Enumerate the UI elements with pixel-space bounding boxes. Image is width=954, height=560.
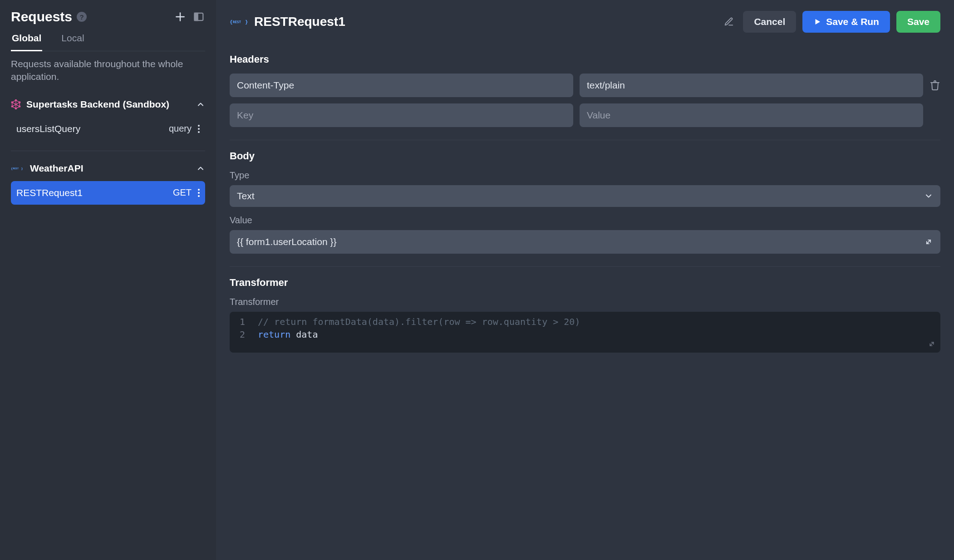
add-request-button[interactable]: [174, 11, 186, 23]
chevron-up-icon: [196, 100, 205, 109]
graphql-icon: [11, 99, 21, 109]
header-value-input[interactable]: [580, 74, 923, 97]
editor-body: Headers Body Type Text Value {{ form1.u: [216, 44, 954, 560]
resource-group-header[interactable]: Supertasks Backend (Sandbox): [11, 95, 205, 113]
save-button[interactable]: Save: [896, 11, 940, 33]
body-type-label: Type: [230, 170, 940, 181]
chevron-up-icon: [196, 164, 205, 173]
resource-group-header[interactable]: {REST} WeatherAPI: [11, 159, 205, 177]
scope-tabs: Global Local: [11, 33, 205, 51]
svg-text:}: }: [245, 19, 248, 25]
editor-header: {REST} RESTRequest1 Cancel Save & Run Sa…: [216, 0, 954, 44]
header-key-input[interactable]: [230, 74, 573, 97]
code-keyword: return: [258, 329, 290, 340]
rename-button[interactable]: [724, 17, 734, 27]
more-vertical-icon: [198, 125, 200, 133]
cancel-button[interactable]: Cancel: [743, 11, 796, 33]
request-item-name: RESTRequest1: [16, 187, 173, 198]
line-number: 1: [230, 316, 255, 327]
request-item-more-button[interactable]: [198, 125, 200, 133]
svg-line-22: [930, 342, 934, 346]
code-rest: data: [290, 329, 318, 340]
body-value-input[interactable]: {{ form1.userLocation }}: [230, 230, 940, 254]
resource-group-title: Supertasks Backend (Sandbox): [26, 99, 169, 110]
tab-local[interactable]: Local: [60, 33, 85, 51]
resource-group-title: WeatherAPI: [30, 163, 83, 174]
code-gutter: 1 2: [230, 312, 255, 353]
request-item-type: GET: [173, 187, 192, 198]
code-content: // return formatData(data).filter(row =>…: [255, 312, 580, 353]
expand-icon[interactable]: [924, 237, 933, 246]
svg-text:REST: REST: [233, 20, 241, 24]
sidebar-header-actions: [174, 10, 205, 23]
request-item-name: usersListQuery: [16, 123, 169, 134]
sidebar-header: Requests ?: [11, 9, 205, 25]
section-divider: [230, 266, 940, 267]
save-and-run-label: Save & Run: [826, 16, 879, 27]
svg-marker-20: [816, 19, 821, 25]
section-divider: [230, 140, 940, 140]
help-icon[interactable]: ?: [77, 12, 87, 22]
request-title: RESTRequest1: [254, 15, 345, 29]
resize-handle-icon[interactable]: [928, 340, 936, 348]
group-divider: [11, 151, 205, 151]
request-item-more-button[interactable]: [198, 189, 200, 197]
transformer-label: Transformer: [230, 297, 940, 307]
rest-icon: {REST}: [11, 164, 25, 172]
sidebar-title: Requests: [11, 9, 72, 25]
svg-text:{: {: [11, 167, 13, 171]
chevron-down-icon: [924, 192, 933, 201]
request-item-type: query: [169, 123, 192, 134]
tab-global[interactable]: Global: [11, 33, 42, 51]
body-value-label: Value: [230, 215, 940, 226]
header-row-new: [230, 103, 940, 127]
delete-header-button[interactable]: [929, 80, 940, 91]
panel-toggle-button[interactable]: [192, 10, 205, 23]
transformer-section-title: Transformer: [230, 277, 940, 289]
body-type-select[interactable]: Text: [230, 185, 940, 207]
editor-actions: Cancel Save & Run Save: [724, 11, 940, 33]
body-section-title: Body: [230, 150, 940, 162]
request-item[interactable]: usersListQuery query: [11, 117, 205, 141]
header-value-input[interactable]: [580, 103, 923, 127]
line-number: 2: [230, 329, 255, 340]
sidebar-title-wrap: Requests ?: [11, 9, 87, 25]
body-type-value: Text: [237, 191, 255, 201]
header-key-input[interactable]: [230, 103, 573, 127]
headers-section-title: Headers: [230, 54, 940, 65]
request-editor: {REST} RESTRequest1 Cancel Save & Run Sa…: [216, 0, 954, 560]
svg-text:REST: REST: [13, 167, 19, 170]
svg-line-21: [927, 240, 930, 244]
save-and-run-button[interactable]: Save & Run: [802, 11, 890, 33]
code-line-1: // return formatData(data).filter(row =>…: [258, 316, 580, 327]
transformer-code-editor[interactable]: 1 2 // return formatData(data).filter(ro…: [230, 312, 940, 353]
editor-title-wrap: {REST} RESTRequest1: [230, 15, 724, 29]
requests-sidebar: Requests ? Global Local Requests availab…: [0, 0, 216, 560]
more-vertical-icon: [198, 189, 200, 197]
svg-rect-3: [195, 13, 198, 20]
rest-icon: {REST}: [230, 16, 248, 27]
request-item[interactable]: RESTRequest1 GET: [11, 181, 205, 205]
body-value-text: {{ form1.userLocation }}: [237, 236, 337, 247]
play-icon: [813, 18, 821, 26]
header-row: [230, 74, 940, 97]
svg-text:}: }: [21, 167, 23, 171]
sidebar-description: Requests available throughout the whole …: [11, 58, 205, 84]
svg-text:{: {: [230, 19, 233, 25]
